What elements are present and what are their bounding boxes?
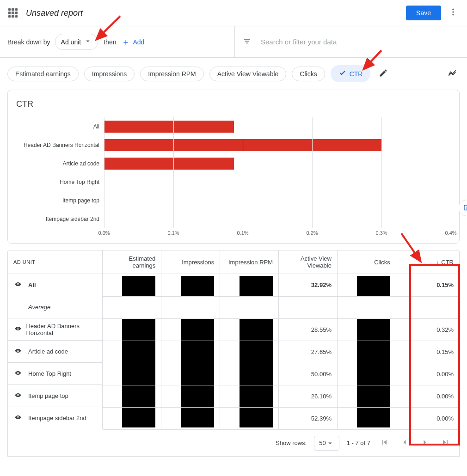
search-input[interactable] <box>260 37 460 46</box>
visibility-toggle-icon[interactable] <box>13 281 28 289</box>
redacted-cell <box>337 407 396 429</box>
visibility-toggle-icon[interactable] <box>13 392 28 400</box>
column-header[interactable]: Active View Viewable <box>279 250 338 274</box>
redacted-cell <box>161 274 220 297</box>
redacted-cell <box>103 318 161 341</box>
chart-axis-tick: 0.1% <box>167 230 179 236</box>
plus-icon: ＋ <box>122 37 130 48</box>
sort-desc-icon: ↓ <box>436 259 439 266</box>
column-header[interactable]: Impression RPM <box>220 250 279 274</box>
column-header[interactable]: Clicks <box>337 250 396 274</box>
column-header[interactable]: Estimated earnings <box>103 250 161 274</box>
add-dimension-button[interactable]: ＋ Add <box>122 37 144 48</box>
metric-chip-ctr[interactable]: CTR <box>331 65 371 82</box>
chart-bar[interactable] <box>104 158 234 170</box>
edit-metrics-button[interactable] <box>379 68 388 79</box>
metric-chip-clicks[interactable]: Clicks <box>292 67 325 81</box>
table-row: Article ad code27.65%0.15% <box>8 341 459 363</box>
redacted-cell <box>337 296 396 318</box>
redacted-cell <box>103 274 161 297</box>
more-menu-button[interactable] <box>447 6 460 20</box>
redacted-cell <box>161 363 220 385</box>
top-bar: Unsaved report Save <box>0 0 467 26</box>
redacted-cell <box>103 407 161 429</box>
controls-row: Break down by Ad unit then ＋ Add <box>0 26 467 58</box>
visibility-toggle-icon[interactable] <box>13 370 28 378</box>
table-row: All32.92%0.15% <box>8 274 459 297</box>
row-label: Average <box>28 304 50 311</box>
redacted-cell <box>220 274 279 297</box>
metric-chip-impression-rpm[interactable]: Impression RPM <box>140 67 203 81</box>
row-label: Home Top Right <box>28 370 71 377</box>
redacted-cell <box>220 341 279 363</box>
table-row: Itempage sidebar 2nd52.39%0.00% <box>8 407 459 429</box>
chart-bar-row <box>104 173 451 191</box>
table-row: Itemp page top26.10%0.00% <box>8 385 459 407</box>
redacted-cell <box>103 296 161 318</box>
next-page-button[interactable] <box>418 436 431 450</box>
column-header[interactable]: ↓ CTR <box>396 250 459 274</box>
last-page-button[interactable] <box>439 436 452 450</box>
svg-point-2 <box>452 14 454 15</box>
chart-axis-tick: 0.1% <box>237 230 248 236</box>
metric-chip-label: Impressions <box>92 70 127 78</box>
table-pager: Show rows: 50 1 - 7 of 7 <box>7 430 460 457</box>
page-range: 1 - 7 of 7 <box>347 439 370 446</box>
metric-chip-label: Clicks <box>300 70 317 78</box>
visibility-toggle-icon[interactable] <box>13 414 28 422</box>
ctr-cell: 0.00% <box>396 407 459 429</box>
feedback-tab[interactable] <box>459 200 467 216</box>
redacted-cell <box>220 407 279 429</box>
chart-axis-tick: 0.4% <box>445 230 456 236</box>
chart-bar[interactable] <box>104 121 234 133</box>
column-header[interactable]: Impressions <box>161 250 220 274</box>
visibility-toggle-icon[interactable] <box>13 325 26 333</box>
ctr-cell: 0.32% <box>396 318 459 341</box>
redacted-cell <box>220 385 279 407</box>
metric-chip-estimated-earnings[interactable]: Estimated earnings <box>7 67 79 81</box>
table-row: Average—— <box>8 296 459 318</box>
apps-icon[interactable] <box>7 7 18 18</box>
avv-cell: 32.92% <box>279 274 338 297</box>
redacted-cell <box>161 318 220 341</box>
avv-cell: 52.39% <box>279 407 338 429</box>
filter-icon[interactable] <box>242 37 252 48</box>
show-rows-label: Show rows: <box>276 439 307 446</box>
avv-cell: 28.55% <box>279 318 338 341</box>
chart-axis-tick: 0.2% <box>306 230 318 236</box>
row-label: Header AD Banners Horizontal <box>26 323 97 336</box>
ctr-cell: 0.15% <box>396 274 459 297</box>
data-table: AD UNITEstimated earningsImpressionsImpr… <box>7 250 460 430</box>
rows-per-page-select[interactable]: 50 <box>314 436 339 451</box>
prev-page-button[interactable] <box>398 436 411 450</box>
chart-axis-tick: 0.3% <box>375 230 387 236</box>
breakdown-dropdown[interactable]: Ad unit <box>55 34 98 50</box>
compare-icon[interactable] <box>448 68 460 79</box>
chart-bar-row <box>104 191 451 210</box>
redacted-cell <box>220 318 279 341</box>
redacted-cell <box>220 363 279 385</box>
save-button[interactable]: Save <box>406 6 441 20</box>
redacted-cell <box>161 296 220 318</box>
visibility-toggle-icon[interactable] <box>13 348 28 355</box>
column-header[interactable]: AD UNIT <box>8 250 103 274</box>
chart-category-label: Itemp page top <box>16 191 104 210</box>
ctr-cell: — <box>396 296 459 318</box>
first-page-button[interactable] <box>378 436 391 450</box>
page-title: Unsaved report <box>26 8 83 18</box>
redacted-cell <box>337 274 396 297</box>
metric-chip-row: Estimated earningsImpressionsImpression … <box>0 58 467 90</box>
redacted-cell <box>337 341 396 363</box>
avv-cell: — <box>279 296 338 318</box>
chart-category-label: All <box>16 117 104 136</box>
redacted-cell <box>103 341 161 363</box>
redacted-cell <box>103 385 161 407</box>
redacted-cell <box>337 363 396 385</box>
avv-cell: 50.00% <box>279 363 338 385</box>
chart-category-label: Article ad code <box>16 154 104 173</box>
metric-chip-label: Estimated earnings <box>15 70 71 78</box>
metric-chip-impressions[interactable]: Impressions <box>84 67 135 81</box>
chart-title: CTR <box>16 99 451 109</box>
chart-bar-row <box>104 117 451 136</box>
metric-chip-active-view-viewable[interactable]: Active View Viewable <box>209 67 287 81</box>
